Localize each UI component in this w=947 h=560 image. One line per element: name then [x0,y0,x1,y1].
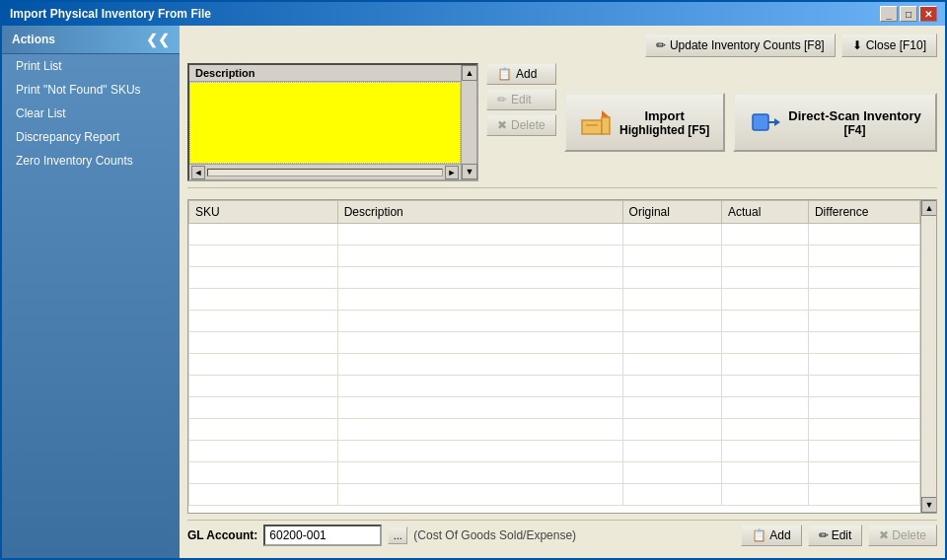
sidebar-header: Actions ❮❮ [2,26,180,54]
table-row [189,462,920,484]
scroll-down-button[interactable]: ▼ [462,164,477,179]
bottom-edit-button[interactable]: ✏ Edit [808,525,863,546]
sidebar: Actions ❮❮ Print List Print "Not Found" … [2,26,180,558]
direct-scan-button[interactable]: Direct-Scan Inventory [F4] [733,93,936,152]
table-row [189,224,920,245]
delete-item-button[interactable]: ✖ Delete [486,114,556,136]
delete-icon: ✖ [497,118,507,132]
separator [187,187,937,193]
minimize-button[interactable]: _ [880,6,898,22]
import-icon [580,106,612,138]
edit-icon: ✏ [497,93,507,106]
col-difference: Difference [808,201,919,224]
sidebar-item-discrepancy-report[interactable]: Discrepancy Report [2,125,180,149]
col-actual: Actual [722,201,809,224]
gl-description: (Cost Of Goods Sold/Expense) [413,528,735,542]
pencil-icon: ✏ [656,38,666,52]
table-row [189,354,920,376]
top-toolbar: ✏ Update Inventory Counts [F8] ⬇ Close [… [187,34,937,57]
direct-scan-icon [749,106,780,138]
col-description: Description [337,201,622,224]
bottom-add-button[interactable]: 📋 Add [741,525,801,546]
svg-rect-0 [582,120,602,134]
bottom-delete-button[interactable]: ✖ Delete [868,525,937,546]
table-vertical-scrollbar[interactable]: ▲ ▼ [920,200,936,513]
close-icon: ⬇ [852,38,862,52]
close-window-button[interactable]: ✕ [919,6,937,22]
col-original: Original [622,201,721,224]
title-bar: Import Physical Inventory From File _ □ … [2,2,945,26]
window-title: Import Physical Inventory From File [10,7,211,21]
maximize-button[interactable]: □ [900,6,917,22]
main-content: Actions ❮❮ Print List Print "Not Found" … [2,26,945,558]
sidebar-item-print-not-found[interactable]: Print "Not Found" SKUs [2,78,180,102]
bottom-delete-icon: ✖ [879,528,889,542]
action-buttons: Import Highlighted [F5] [564,63,937,181]
close-button[interactable]: ⬇ Close [F10] [841,34,937,57]
table-row [189,376,920,397]
table-scroll-area: SKU Description Original Actual Differen… [188,200,936,513]
horizontal-scrollbar[interactable]: ◄ ► [189,164,461,179]
bottom-toolbar: GL Account: ... (Cost Of Goods Sold/Expe… [187,520,937,550]
table-scroll-up-button[interactable]: ▲ [921,200,936,216]
sidebar-item-zero-inventory[interactable]: Zero Inventory Counts [2,149,180,173]
title-bar-buttons: _ □ ✕ [880,6,937,22]
sidebar-item-print-list[interactable]: Print List [2,54,180,78]
gl-account-input[interactable] [263,525,382,546]
table-scroll-down-button[interactable]: ▼ [921,497,936,513]
right-panel: ✏ Update Inventory Counts [F8] ⬇ Close [… [180,26,945,558]
scroll-up-button[interactable]: ▲ [462,65,477,81]
svg-rect-4 [753,114,768,130]
horizontal-scrollbar-track [207,169,443,176]
table-scrollbar-track [921,216,936,497]
scroll-right-button[interactable]: ► [445,166,459,179]
update-inventory-button[interactable]: ✏ Update Inventory Counts [F8] [645,34,836,57]
table-row [189,311,920,332]
table-row [189,441,920,462]
edit-item-button[interactable]: ✏ Edit [486,89,556,110]
vertical-scrollbar[interactable]: ▲ ▼ [461,65,476,179]
bottom-edit-icon: ✏ [819,528,829,542]
collapse-icon[interactable]: ❮❮ [146,32,170,47]
edit-buttons-panel: 📋 Add ✏ Edit ✖ Delete [486,63,556,181]
bottom-add-icon: 📋 [752,528,766,542]
main-window: Import Physical Inventory From File _ □ … [0,0,947,560]
sidebar-title: Actions [12,33,55,46]
add-item-button[interactable]: 📋 Add [486,63,556,85]
table-row [189,267,920,289]
upper-section: Description ◄ ► ▲ ▼ [187,63,937,181]
svg-marker-6 [774,118,780,126]
gl-browse-button[interactable]: ... [388,526,407,544]
inventory-table: SKU Description Original Actual Differen… [188,200,920,506]
table-row [189,419,920,441]
import-highlighted-button[interactable]: Import Highlighted [F5] [564,93,725,152]
add-icon: 📋 [497,67,512,81]
svg-rect-2 [602,117,610,134]
table-row [189,484,920,506]
gl-account-label: GL Account: [187,528,257,542]
table-row [189,332,920,354]
inventory-table-container: SKU Description Original Actual Differen… [187,199,937,514]
listbox-content[interactable] [189,82,461,164]
svg-marker-1 [602,110,610,117]
table-content[interactable]: SKU Description Original Actual Differen… [188,200,920,513]
table-row [189,289,920,311]
description-listbox[interactable]: Description ◄ ► ▲ ▼ [187,63,478,181]
table-row [189,245,920,267]
scroll-left-button[interactable]: ◄ [191,166,205,179]
table-row [189,397,920,419]
col-sku: SKU [189,201,338,224]
listbox-header: Description [189,65,461,82]
sidebar-item-clear-list[interactable]: Clear List [2,102,180,125]
